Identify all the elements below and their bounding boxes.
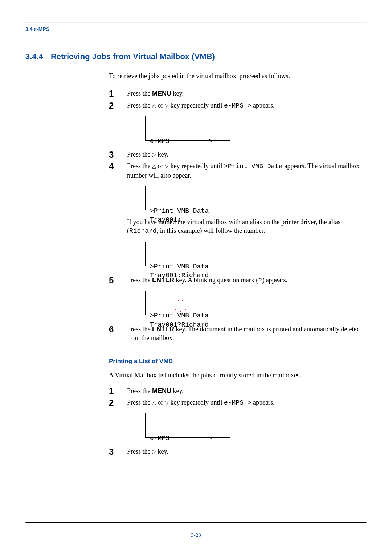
text: Press the xyxy=(127,90,152,97)
section-title: Retrieving Jobs from Virtual Mailbox (VM… xyxy=(51,52,215,61)
code: e-MPS > xyxy=(224,102,252,109)
step-number: 4 xyxy=(109,162,127,171)
down-icon: ▽ xyxy=(165,400,169,405)
text: Press the xyxy=(127,151,152,158)
step-4: 4 Press the △ or ▽ key repeatedly until … xyxy=(109,162,367,273)
section-number: 3.4.4 xyxy=(25,52,51,61)
step-1: 1 Press the MENU key. xyxy=(109,89,367,98)
text: Press the xyxy=(127,399,152,406)
menu-key: MENU xyxy=(152,90,171,97)
step-number: 2 xyxy=(109,101,127,110)
sub-step-3: 3 Press the ▷ key. xyxy=(109,447,367,457)
lcd-line-2: Tray001: xyxy=(150,215,226,224)
text: Press the xyxy=(127,387,152,394)
step-number: 3 xyxy=(109,447,127,457)
lcd-line-2: Tray001:Richard xyxy=(150,271,226,280)
blink-indicator-icon xyxy=(175,309,176,310)
subsection: Printing a List of VMB A Virtual Mailbox… xyxy=(109,357,367,380)
step-text: Press the △ or ▽ key repeatedly until e-… xyxy=(127,398,367,445)
step-2: 2 Press the △ or ▽ key repeatedly until … xyxy=(109,101,367,148)
text: appears. xyxy=(252,399,275,406)
blink-indicator-icon xyxy=(185,309,186,310)
sub-step-1: 1 Press the MENU key. xyxy=(109,386,367,396)
down-icon: ▽ xyxy=(165,163,169,169)
down-icon: ▽ xyxy=(165,102,169,108)
text: key. xyxy=(171,90,184,97)
running-header: 3.4 e-MPS xyxy=(25,26,367,32)
text: appears. xyxy=(252,102,275,109)
lcd-display-blinking: >Print VMB DataTray001?Richard xyxy=(145,291,230,315)
step-5: 5 Press the ENTER key. A blinking questi… xyxy=(109,276,367,323)
lcd-line-2: Tray001?Richard xyxy=(150,320,226,329)
blink-indicator-icon xyxy=(178,300,179,301)
intro-text: To retrieve the jobs posted in the virtu… xyxy=(109,72,367,80)
step-6: 6 Press the ENTER key. The document in t… xyxy=(109,325,367,343)
lcd-display: e-MPS > xyxy=(145,413,230,438)
top-rule xyxy=(25,22,367,23)
code: e-MPS > xyxy=(224,399,252,406)
lcd-display: >Print VMB DataTray001:Richard xyxy=(145,242,230,266)
lcd-line-1: >Print VMB Data xyxy=(150,311,226,320)
step-3: 3 Press the ▷ key. xyxy=(109,150,367,159)
code: ? xyxy=(258,277,262,284)
step-text: Press the MENU key. xyxy=(127,89,367,98)
step-number: 1 xyxy=(109,89,127,98)
lcd-line-1: e-MPS > xyxy=(150,137,226,146)
text: key repeatedly until xyxy=(169,102,224,109)
code: >Print VMB Data xyxy=(224,163,283,170)
lcd-display: e-MPS > xyxy=(145,116,230,141)
lcd-line-1: >Print VMB Data xyxy=(150,262,226,271)
blink-indicator-icon xyxy=(182,300,183,301)
section-heading: 3.4.4Retrieving Jobs from Virtual Mailbo… xyxy=(25,52,367,61)
lcd-line-1: e-MPS > xyxy=(150,434,226,443)
subsection-intro: A Virtual Mailbox list includes the jobs… xyxy=(109,371,367,380)
step-number: 2 xyxy=(109,398,127,408)
subsection-heading: Printing a List of VMB xyxy=(109,357,367,366)
text: Press the xyxy=(127,102,152,109)
step-text: Press the △ or ▽ key repeatedly until e-… xyxy=(127,101,367,148)
text: Press the xyxy=(127,162,152,170)
page: 3.4 e-MPS 3.4.4Retrieving Jobs from Virt… xyxy=(0,0,392,555)
step-text: Press the △ or ▽ key repeatedly until >P… xyxy=(127,162,367,273)
text: ) appears. xyxy=(262,276,287,284)
bottom-rule xyxy=(25,522,367,523)
text: Press the xyxy=(127,325,152,333)
blink-indicator-icon xyxy=(180,311,181,312)
text: Press the xyxy=(127,448,152,455)
text: key repeatedly until xyxy=(169,399,224,406)
text: Press the xyxy=(127,276,152,284)
lcd-line-1: >Print VMB Data xyxy=(150,207,226,215)
page-number: 3-28 xyxy=(0,532,392,538)
step-number: 6 xyxy=(109,325,127,334)
up-icon: △ xyxy=(152,163,156,169)
step-number: 3 xyxy=(109,150,127,159)
up-icon: △ xyxy=(152,400,156,405)
text: key repeatedly until xyxy=(169,162,224,170)
up-icon: △ xyxy=(152,102,156,108)
step-number: 5 xyxy=(109,276,127,285)
step-number: 1 xyxy=(109,386,127,396)
sub-step-2: 2 Press the △ or ▽ key repeatedly until … xyxy=(109,398,367,445)
lcd-display: >Print VMB DataTray001: xyxy=(145,186,230,210)
